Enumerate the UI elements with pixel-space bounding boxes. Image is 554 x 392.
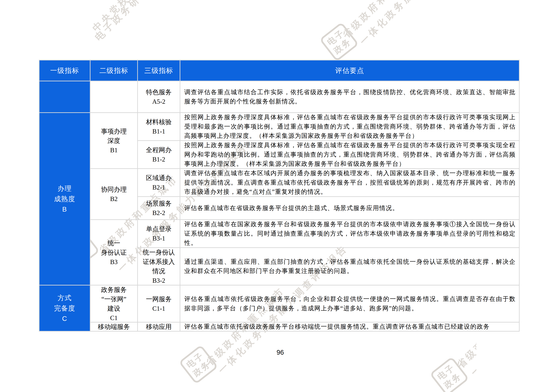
level1-c-label: 方式 完备度 C <box>54 293 75 324</box>
points-b31-text: 评估各重点城市在国家政务服务平台和省级政务服务平台提供的市本级依申请政务服务事项… <box>184 220 516 248</box>
level2-cell-b3: 统一 身份认证 B3 <box>90 220 138 286</box>
header-level2: 二级指标 <box>90 60 138 81</box>
level2-b1-label: 事项办理 深度 B1 <box>101 127 127 155</box>
level3-b22-label: 场景服务 B2-2 <box>146 199 172 217</box>
level3-b21-label: 区域通办 B2-1 <box>146 173 172 192</box>
level3-cell-c11: 一网服务 C1-1 <box>138 286 180 322</box>
level3-b32-label: 统一身份认 证体系接入 情况 B3-2 <box>143 248 175 285</box>
level3-cell-b21: 区域通办 B2-1 <box>138 169 180 197</box>
header-level3-label: 三级指标 <box>144 66 173 75</box>
points-b21-text: 调查评估各重点城市在本区域内开展的通办服务的事项梳理发布、纳入国家级基本目录、统… <box>184 169 516 196</box>
level1-cell-c: 方式 完备度 C <box>40 286 90 331</box>
level2-cell-b1: 事项办理 深度 B1 <box>90 113 138 169</box>
header-points: 评估要点 <box>180 60 519 81</box>
points-cell-mobile: 评估各重点城市依托省级政务服务平台移动端统一提供服务情况。重点调查评估各重点城市… <box>180 322 519 331</box>
level3-b11-label: 材料核验 B1-1 <box>146 117 172 136</box>
evaluation-indicator-table: 一级指标 二级指标 三级指标 评估要点 办理 成熟度 B 方式 完备度 C 事项… <box>39 60 519 332</box>
points-mobile-text: 评估各重点城市依托省级政务服务平台移动端统一提供服务情况。重点调查评估各重点城市… <box>184 322 516 331</box>
points-cell-b12: 按照网上政务服务办理深度具体标准，评估各重点城市在省级政务服务平台提供的市本级行… <box>180 141 519 169</box>
level3-mobile-label: 移动应用 <box>146 322 172 331</box>
level3-cell-b31: 单点登录 B3-1 <box>138 220 180 248</box>
header-level2-label: 二级指标 <box>99 66 128 75</box>
level2-b3-label: 统一 身份认证 B3 <box>101 238 127 266</box>
points-a52-text: 调查评估各重点城市结合工作实际，依托省级政务服务平台，围绕疫情防控、优化营商环境… <box>184 88 516 106</box>
points-b11-text: 按照网上政务服务办理深度具体标准，评估各重点城市在省级政务服务平台提供的市本级行… <box>184 113 516 140</box>
level2-cell-mobile: 移动端服务 <box>90 322 138 331</box>
level2-b2-label: 协同办理 B2 <box>101 185 127 203</box>
points-cell-b22: 评估各重点城市在省级政务服务平台提供的主题式、场景式服务应用情况。 <box>180 197 519 220</box>
level3-cell-b11: 材料核验 B1-1 <box>138 113 180 141</box>
document-page: { "colors": { "accent_blue": "#0d64de", … <box>0 0 554 392</box>
level2-cell-a-blank <box>90 81 138 113</box>
header-level1-label: 一级指标 <box>50 66 79 75</box>
points-cell-b32: 通过重点渠道、重点应用、重点部门抽查的方式，评估各重点城市依托全国统一身份认证系… <box>180 248 519 286</box>
page-number: 96 <box>39 349 522 356</box>
level1-cell-a-blank <box>40 81 90 113</box>
level3-cell-b22: 场景服务 B2-2 <box>138 197 180 220</box>
points-cell-b31: 评估各重点城市在国家政务服务平台和省级政务服务平台提供的市本级依申请政务服务事项… <box>180 220 519 248</box>
level3-cell-a52: 特色服务 A5-2 <box>138 81 180 113</box>
level3-a52-label: 特色服务 A5-2 <box>146 87 172 106</box>
points-cell-c11: 评估各重点城市依托省级政务服务平台，向企业和群众提供统一便捷的一网式服务情况。重… <box>180 286 519 322</box>
header-level3: 三级指标 <box>138 60 180 81</box>
level3-cell-b12: 全程网办 B1-2 <box>138 141 180 169</box>
level3-b31-label: 单点登录 B3-1 <box>146 224 172 243</box>
header-level1: 一级指标 <box>40 60 90 81</box>
header-points-label: 评估要点 <box>335 66 364 75</box>
level1-cell-b: 办理 成熟度 B <box>40 113 90 286</box>
points-b32-text: 通过重点渠道、重点应用、重点部门抽查的方式，评估各重点城市依托全国统一身份认证系… <box>184 257 516 276</box>
level2-cell-c1: 政务服务 “一张网” 建设 C1 <box>90 286 138 322</box>
level3-cell-mobile: 移动应用 <box>138 322 180 331</box>
points-c11-text: 评估各重点城市依托省级政务服务平台，向企业和群众提供统一便捷的一网式服务情况。重… <box>184 294 516 313</box>
level2-cell-b2: 协同办理 B2 <box>90 169 138 220</box>
level2-mobile-label: 移动端服务 <box>98 322 130 331</box>
level2-c1-label: 政务服务 “一张网” 建设 C1 <box>101 286 127 322</box>
points-cell-a52: 调查评估各重点城市结合工作实际，依托省级政务服务平台，围绕疫情防控、优化营商环境… <box>180 81 519 113</box>
watermark-group-bottom-right: 电子 政务 省级政府和重点城市 一体化政务服务能力调查评估报告 <box>420 334 476 392</box>
points-b22-text: 评估各重点城市在省级政务服务平台提供的主题式、场景式服务应用情况。 <box>184 203 516 213</box>
level1-b-label: 办理 成熟度 B <box>54 183 75 215</box>
points-b12-text: 按照网上政务服务办理深度具体标准，评估各重点城市在省级政务服务平台提供的市本级行… <box>184 141 516 168</box>
points-cell-b11: 按照网上政务服务办理深度具体标准，评估各重点城市在省级政务服务平台提供的市本级行… <box>180 113 519 141</box>
level3-cell-b32: 统一身份认 证体系接入 情况 B3-2 <box>138 248 180 286</box>
level3-c11-label: 一网服务 C1-1 <box>146 294 172 313</box>
level3-b12-label: 全程网办 B1-2 <box>146 145 172 164</box>
points-cell-b21: 调查评估各重点城市在本区域内开展的通办服务的事项梳理发布、纳入国家级基本目录、统… <box>180 169 519 197</box>
